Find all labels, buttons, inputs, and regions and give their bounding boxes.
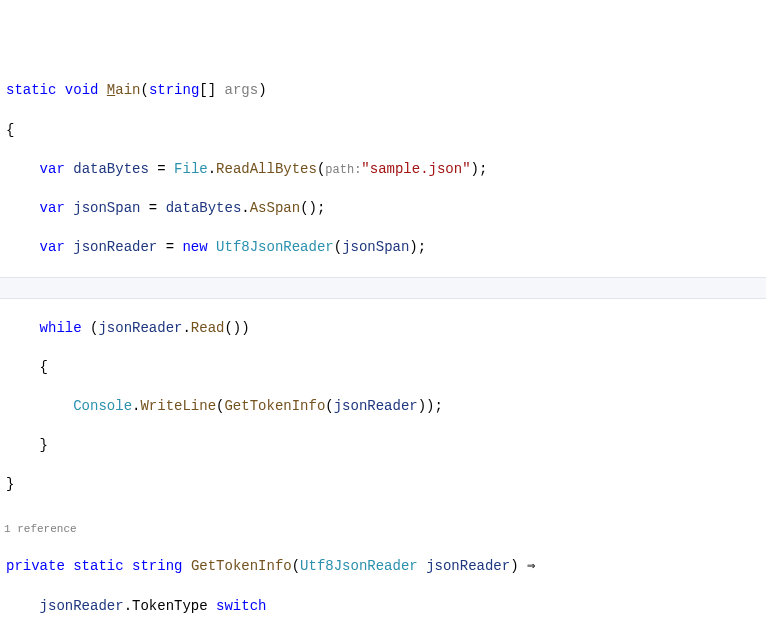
keyword: var	[40, 239, 65, 255]
local-var: jsonReader	[98, 320, 182, 336]
code-line[interactable]: var jsonSpan = dataBytes.AsSpan();	[0, 199, 766, 219]
code-line[interactable]: private static string GetTokenInfo(Utf8J…	[0, 557, 766, 577]
method: WriteLine	[140, 398, 216, 414]
local-var: dataBytes	[73, 161, 149, 177]
keyword: string	[132, 558, 182, 574]
method: Read	[191, 320, 225, 336]
code-line[interactable]: while (jsonReader.Read())	[0, 319, 766, 339]
code-line[interactable]: }	[0, 475, 766, 495]
local-var: jsonSpan	[342, 239, 409, 255]
type: Utf8JsonReader	[216, 239, 334, 255]
codelens-references[interactable]: 1 reference	[0, 522, 766, 537]
parameter: args	[225, 82, 259, 98]
type: File	[174, 161, 208, 177]
method: ReadAllBytes	[216, 161, 317, 177]
local-var: jsonReader	[334, 398, 418, 414]
keyword: var	[40, 161, 65, 177]
method: AsSpan	[250, 200, 300, 216]
code-line[interactable]: var dataBytes = File.ReadAllBytes(path:"…	[0, 160, 766, 180]
code-line[interactable]: static void Main(string[] args)	[0, 81, 766, 101]
type: string	[149, 82, 199, 98]
keyword: private	[6, 558, 65, 574]
method-name: Main	[107, 82, 141, 98]
code-line[interactable]: {	[0, 121, 766, 141]
keyword: switch	[216, 598, 266, 614]
code-line[interactable]: jsonReader.TokenType switch	[0, 597, 766, 617]
local-var: jsonReader	[73, 239, 157, 255]
keyword: static	[73, 558, 123, 574]
keyword: static	[6, 82, 56, 98]
code-line[interactable]: }	[0, 436, 766, 456]
inline-hint: path:	[325, 163, 361, 177]
code-line[interactable]: {	[0, 358, 766, 378]
parameter: jsonReader	[426, 558, 510, 574]
keyword: new	[182, 239, 207, 255]
keyword: var	[40, 200, 65, 216]
local-var: jsonReader	[40, 598, 124, 614]
type: Utf8JsonReader	[300, 558, 418, 574]
property: TokenType	[132, 598, 208, 614]
keyword: void	[65, 82, 99, 98]
string-literal: "sample.json"	[361, 161, 470, 177]
code-line-current[interactable]	[0, 277, 766, 299]
type: Console	[73, 398, 132, 414]
keyword: while	[40, 320, 82, 336]
code-line[interactable]: var jsonReader = new Utf8JsonReader(json…	[0, 238, 766, 258]
local-var: jsonSpan	[73, 200, 140, 216]
local-var: dataBytes	[166, 200, 242, 216]
method: GetTokenInfo	[224, 398, 325, 414]
code-line[interactable]: Console.WriteLine(GetTokenInfo(jsonReade…	[0, 397, 766, 417]
method-name: GetTokenInfo	[191, 558, 292, 574]
